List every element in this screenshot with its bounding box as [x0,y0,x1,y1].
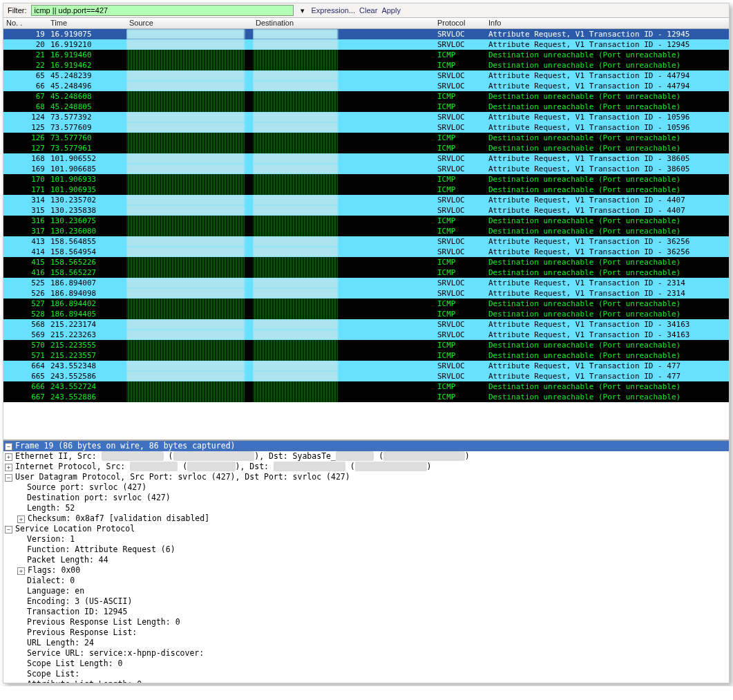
packet-row[interactable]: 570215.223555ICMPDestination unreachable… [3,340,729,350]
cell-info: Attribute Request, V1 Transaction ID - 3… [486,164,729,174]
cell-time: 158.564954 [48,247,126,257]
packet-list[interactable]: No. . Time Source Destination Protocol I… [3,18,729,441]
packet-row[interactable]: 316130.236075ICMPDestination unreachable… [3,216,729,226]
packet-row[interactable]: 314130.235702SRVLOCAttribute Request, V1… [3,195,729,205]
cell-dest [253,381,435,392]
packet-row[interactable]: 6845.248805ICMPDestination unreachable (… [3,102,729,112]
cell-source [126,185,253,195]
apply-button[interactable]: Apply [381,6,401,15]
cell-time: 45.248239 [48,70,126,81]
packet-row[interactable]: 12473.577392SRVLOCAttribute Request, V1 … [3,112,729,122]
cell-source [126,174,253,185]
packet-row[interactable]: 171101.906935ICMPDestination unreachable… [3,185,729,195]
cell-time: 186.894405 [48,309,126,319]
cell-source [126,143,253,153]
col-header-info[interactable]: Info [486,18,729,28]
cell-info: Destination unreachable (Port unreachabl… [486,143,729,153]
cell-info: Attribute Request, V1 Transaction ID - 3… [486,319,729,330]
cell-source [126,91,253,102]
cell-no: 569 [3,330,48,340]
packet-row[interactable]: 6545.248239SRVLOCAttribute Request, V1 T… [3,70,729,81]
cell-source [126,309,253,319]
packet-row[interactable]: 6645.248496SRVLOCAttribute Request, V1 T… [3,81,729,91]
slp-function: Function: Attribute Request (6) [3,545,729,555]
slp-language: Language: en [3,586,729,596]
packet-row[interactable]: 568215.223174SRVLOCAttribute Request, V1… [3,319,729,330]
packet-row[interactable]: 168101.906552SRVLOCAttribute Request, V1… [3,153,729,164]
expand-icon[interactable]: + [5,464,12,471]
packet-row[interactable]: 569215.223263SRVLOCAttribute Request, V1… [3,330,729,340]
cell-info: Attribute Request, V1 Transaction ID - 4… [486,70,729,81]
packet-row[interactable]: 666243.552724ICMPDestination unreachable… [3,381,729,392]
col-header-dest[interactable]: Destination [253,18,435,28]
packet-row[interactable]: 527186.894402ICMPDestination unreachable… [3,299,729,309]
cell-protocol: SRVLOC [435,247,486,257]
cell-time: 243.552586 [48,371,126,381]
packet-row[interactable]: 416158.565227ICMPDestination unreachable… [3,267,729,278]
cell-dest [253,236,435,247]
cell-info: Attribute Request, V1 Transaction ID - 1… [486,29,729,39]
cell-time: 243.552724 [48,381,126,392]
expand-icon[interactable]: + [17,515,25,523]
packet-row[interactable]: 12773.577961ICMPDestination unreachable … [3,143,729,153]
col-header-source[interactable]: Source [126,18,253,28]
cell-protocol: ICMP [435,143,486,153]
cell-dest [253,91,435,102]
cell-dest [253,164,435,174]
packet-row[interactable]: 315130.235838SRVLOCAttribute Request, V1… [3,205,729,216]
packet-details[interactable]: −Frame 19 (86 bytes on wire, 86 bytes ca… [3,441,729,683]
cell-protocol: SRVLOC [435,330,486,340]
packet-row[interactable]: 413158.564855SRVLOCAttribute Request, V1… [3,236,729,247]
cell-protocol: SRVLOC [435,319,486,330]
expression-button[interactable]: Expression... [312,6,356,15]
packet-row[interactable]: 665243.552586SRVLOCAttribute Request, V1… [3,371,729,381]
cell-source [126,278,253,288]
packet-row[interactable]: 12573.577609SRVLOCAttribute Request, V1 … [3,122,729,133]
col-header-proto[interactable]: Protocol [435,18,486,28]
cell-no: 568 [3,319,48,330]
packet-row[interactable]: 2116.919460ICMPDestination unreachable (… [3,50,729,60]
cell-no: 22 [3,60,48,70]
packet-row[interactable]: 2216.919462ICMPDestination unreachable (… [3,60,729,70]
col-header-time[interactable]: Time [48,18,126,28]
expand-icon[interactable]: − [5,443,12,451]
packet-row[interactable]: 414158.564954SRVLOCAttribute Request, V1… [3,247,729,257]
cell-info: Destination unreachable (Port unreachabl… [486,350,729,361]
cell-source [126,299,253,309]
slp-attr-len: Attribute List Length: 0 [3,679,729,683]
packet-row[interactable]: 12673.577760ICMPDestination unreachable … [3,133,729,143]
cell-no: 169 [3,164,48,174]
cell-no: 65 [3,70,48,81]
slp-prl-len: Previous Response List Length: 0 [3,617,729,627]
cell-time: 101.906552 [48,153,126,164]
expand-icon[interactable]: − [5,526,12,533]
cell-time: 45.248608 [48,91,126,102]
cell-time: 16.919075 [48,29,126,39]
cell-time: 101.906935 [48,185,126,195]
packet-row[interactable]: 526186.894098SRVLOCAttribute Request, V1… [3,288,729,299]
packet-row[interactable]: 317130.236080ICMPDestination unreachable… [3,226,729,236]
cell-info: Destination unreachable (Port unreachabl… [486,50,729,60]
packet-row[interactable]: 2016.919210SRVLOCAttribute Request, V1 T… [3,39,729,50]
packet-row[interactable]: 169101.906685SRVLOCAttribute Request, V1… [3,164,729,174]
cell-protocol: ICMP [435,174,486,185]
packet-row[interactable]: 571215.223557ICMPDestination unreachable… [3,350,729,361]
packet-row[interactable]: 664243.552348SRVLOCAttribute Request, V1… [3,361,729,371]
packet-row[interactable]: 528186.894405ICMPDestination unreachable… [3,309,729,319]
packet-row[interactable]: 1916.919075SRVLOCAttribute Request, V1 T… [3,29,729,39]
packet-row[interactable]: 667243.552886ICMPDestination unreachable… [3,392,729,402]
expand-icon[interactable]: + [5,453,12,461]
cell-dest [253,330,435,340]
packet-row[interactable]: 525186.894007SRVLOCAttribute Request, V1… [3,278,729,288]
clear-button[interactable]: Clear [359,6,377,15]
packet-row[interactable]: 170101.906933ICMPDestination unreachable… [3,174,729,185]
expand-icon[interactable]: + [17,567,25,575]
filter-dropdown-icon[interactable]: ▾ [298,6,307,15]
cell-source [126,371,253,381]
col-header-no[interactable]: No. . [3,18,48,28]
packet-row[interactable]: 415158.565226ICMPDestination unreachable… [3,257,729,267]
filter-input[interactable] [31,5,294,16]
packet-row[interactable]: 6745.248608ICMPDestination unreachable (… [3,91,729,102]
cell-time: 186.894007 [48,278,126,288]
expand-icon[interactable]: − [5,474,12,482]
